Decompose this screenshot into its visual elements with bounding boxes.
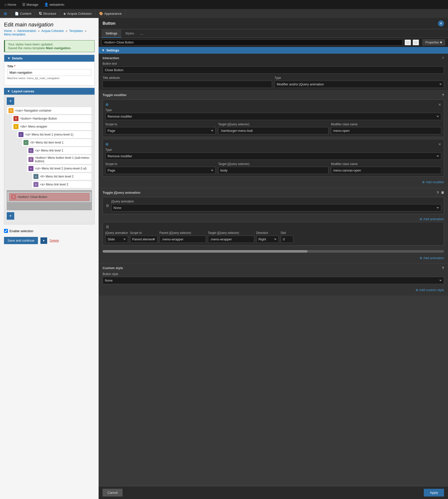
tree-item-ul1[interactable]: ≡ <ul> Menu list level 1 (menu-level-1) bbox=[17, 131, 92, 138]
parent-anim-input[interactable] bbox=[159, 236, 206, 243]
modifier-1-remove-icon[interactable]: ✕ bbox=[438, 103, 441, 107]
add-component-button[interactable]: + bbox=[7, 97, 14, 105]
tab-styles[interactable]: Styles bbox=[121, 29, 138, 38]
breadcrumb-home[interactable]: Home bbox=[4, 29, 12, 33]
interaction-help-icon[interactable]: ? bbox=[442, 56, 444, 60]
add-animation-button-second[interactable]: ⊕ Add animation bbox=[420, 256, 444, 260]
dialog-content: Interaction ? Button text Title attribut… bbox=[99, 54, 448, 486]
dialog-title: Button bbox=[103, 21, 116, 26]
user-nav-item[interactable]: 👤 webadmin bbox=[42, 1, 67, 7]
modifier-2-target-label: Target (jQuery selector) bbox=[218, 162, 328, 166]
ul1-icon: ≡ bbox=[18, 132, 23, 137]
modifier-1-classname-input[interactable] bbox=[331, 127, 441, 134]
modifier-1-target-input[interactable] bbox=[218, 127, 328, 134]
li1-label: <li> Menu list item level 1 bbox=[30, 141, 64, 144]
modifier-2-target-input[interactable] bbox=[218, 167, 328, 174]
scope-anim-select[interactable]: Parent element bbox=[130, 236, 157, 243]
target-anim-input[interactable] bbox=[208, 236, 254, 243]
tree-item-a2[interactable]: ≡ <a> Menu link level 2 bbox=[32, 181, 92, 188]
modifier-1-add-icon[interactable]: ⊕ bbox=[105, 102, 109, 107]
button-style-field: Button style None bbox=[103, 272, 444, 284]
breadcrumb-menu-templates[interactable]: Menu templates bbox=[4, 33, 25, 36]
title-attr-col: Title attribute bbox=[103, 76, 272, 88]
toolbar-logo[interactable]: ◉ bbox=[0, 9, 11, 18]
details-arrow: ▼ bbox=[7, 56, 10, 60]
direction-anim-select[interactable]: Right bbox=[256, 236, 279, 243]
custom-style-help-icon[interactable]: ? bbox=[442, 266, 444, 270]
tree-item-li2[interactable]: ≡ <li> Menu list item level 2 bbox=[32, 173, 92, 180]
add-custom-style-button[interactable]: ⊕ Add custom style bbox=[416, 288, 444, 292]
layout-header[interactable]: ▼ Layout canvas bbox=[4, 88, 95, 95]
success-link[interactable]: Main navigation. bbox=[46, 46, 71, 50]
path-icon-2[interactable]: ⊡ bbox=[413, 39, 419, 45]
toolbar-appearance[interactable]: 🎨 Appearance bbox=[96, 9, 126, 18]
modifier-1-type-select[interactable]: Remove modifier bbox=[105, 113, 441, 120]
properties-button[interactable]: Properties ✱ bbox=[423, 39, 445, 45]
home-nav-item[interactable]: ⌂ Home bbox=[2, 1, 19, 7]
tree-item-nav[interactable]: N <nav> Navigation container bbox=[7, 107, 92, 114]
title-attr-input[interactable] bbox=[103, 81, 272, 88]
jquery-monitor-icon[interactable]: 🖥 bbox=[441, 191, 444, 194]
save-continue-button[interactable]: Save and continue bbox=[4, 237, 38, 244]
modifier-2-scope-select[interactable]: Page bbox=[105, 167, 216, 174]
modifier-2-type-select[interactable]: Remove modifier bbox=[105, 153, 441, 160]
tree-item-a1[interactable]: ≡ <a> Menu link level 1 bbox=[27, 147, 92, 154]
a1-label: <a> Menu link level 1 bbox=[35, 149, 63, 152]
button-text-input[interactable] bbox=[103, 66, 444, 74]
add-animation-button-first[interactable]: ⊕ Add animation bbox=[420, 217, 444, 221]
type-select[interactable]: Modifier and/or jQuery animation bbox=[275, 81, 444, 88]
element-path-input[interactable] bbox=[102, 39, 403, 45]
tab-settings[interactable]: Settings bbox=[102, 29, 121, 38]
page-title-em: main navigation bbox=[15, 21, 53, 28]
parent-anim-label: Parent (jQuery selector) bbox=[159, 231, 206, 235]
close-btn-tree-item[interactable]: B <button> Close Button bbox=[9, 193, 89, 201]
modifier-1-type-label: Type bbox=[105, 108, 441, 112]
modifier-1-classname-col: Modifier class name bbox=[331, 123, 441, 134]
add-modifier-button[interactable]: ⊕ Add modifier bbox=[422, 180, 444, 184]
dialog-close-button[interactable]: ✕ bbox=[438, 20, 444, 26]
tab-more[interactable]: ... bbox=[138, 29, 145, 38]
apply-button[interactable]: Apply bbox=[424, 489, 444, 497]
slide-anim-select[interactable]: Slide bbox=[105, 236, 128, 243]
layout-canvas: ▼ Layout canvas + N <nav> Navigation con… bbox=[4, 88, 95, 224]
toggle-modifier-help-icon[interactable]: ? bbox=[442, 93, 444, 97]
tree-item-li1[interactable]: ≡ <li> Menu list item level 1 bbox=[22, 139, 92, 146]
path-icon-1[interactable]: ⊡ bbox=[405, 39, 411, 45]
dist-anim-input[interactable] bbox=[281, 236, 293, 243]
manage-nav-item[interactable]: ☰ Manage bbox=[20, 1, 41, 7]
breadcrumb-templates[interactable]: Templates bbox=[69, 29, 83, 33]
modifier-2-target-col: Target (jQuery selector) bbox=[218, 162, 328, 174]
toolbar-acquia[interactable]: ◈ Acquia Cohesion bbox=[60, 9, 95, 18]
tree-item-subbtn[interactable]: B <button> Menu button level 1 (sub-menu… bbox=[27, 155, 92, 164]
breadcrumb-acquia[interactable]: Acquia Cohesion bbox=[41, 29, 64, 33]
button-text-label: Button text bbox=[103, 62, 444, 65]
layout-arrow: ▼ bbox=[7, 89, 10, 93]
jquery-help-icon[interactable]: ? bbox=[437, 191, 439, 194]
modifier-2-add-icon[interactable]: ⊕ bbox=[105, 142, 109, 147]
modifier-2-remove-icon[interactable]: ✕ bbox=[438, 142, 441, 146]
tree-item-hamburger[interactable]: B <button> Hamburger Button bbox=[12, 115, 92, 122]
drupal-logo-icon: ◉ bbox=[3, 11, 7, 16]
page-layout: Edit main navigation Home » Administrati… bbox=[0, 18, 448, 499]
save-continue-dropdown[interactable]: ▼ bbox=[40, 237, 47, 244]
tree-item-div[interactable]: D <div> Menu wrapper bbox=[12, 123, 92, 130]
enable-selection-checkbox[interactable] bbox=[4, 229, 8, 233]
toolbar-content[interactable]: 📄 Content bbox=[11, 9, 35, 18]
breadcrumb-admin[interactable]: Administration bbox=[17, 29, 36, 33]
delete-link[interactable]: Delete bbox=[50, 239, 59, 242]
close-btn-label: <button> Close Button bbox=[17, 195, 47, 199]
cancel-button[interactable]: Cancel bbox=[103, 489, 123, 497]
add-component-button-bottom[interactable]: + bbox=[7, 212, 14, 220]
details-header[interactable]: ▼ Details bbox=[4, 55, 94, 62]
toolbar-structure-label: Structure bbox=[43, 12, 56, 15]
jquery-anim-select-first[interactable]: None bbox=[111, 204, 441, 211]
modifier-1-scope-select[interactable]: Page bbox=[105, 127, 216, 134]
modifier-2-classname-input[interactable] bbox=[331, 167, 441, 174]
modifier-2-scope-label: Scope to bbox=[105, 162, 216, 166]
settings-section-header[interactable]: ▼ Settings bbox=[99, 47, 448, 54]
tree-item-ul2[interactable]: ≡ <ul> Menu list level 2 (menu-level-2-u… bbox=[27, 165, 92, 172]
toolbar-structure[interactable]: 🏗 Structure bbox=[35, 9, 60, 18]
title-input[interactable] bbox=[7, 69, 91, 76]
horizontal-scrollbar[interactable] bbox=[103, 250, 444, 253]
button-style-select[interactable]: None bbox=[103, 277, 444, 284]
